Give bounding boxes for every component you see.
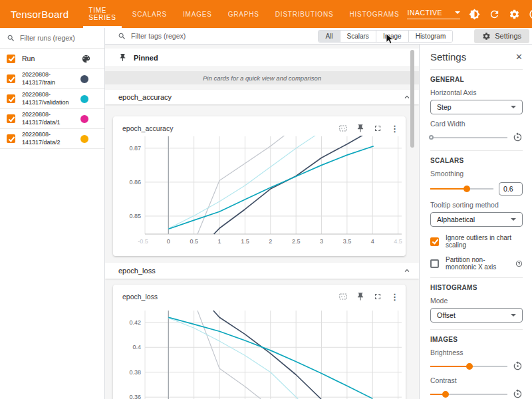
slider-track[interactable]: [430, 137, 507, 138]
epoch-accuracy-chart[interactable]: 0.850.860.87-0.500.511.522.533.544.5: [113, 135, 406, 249]
search-icon: [118, 32, 126, 41]
run-color-dot: [80, 75, 88, 83]
pin-icon: [118, 53, 127, 62]
section-title: HISTOGRAMS: [430, 284, 523, 291]
ignore-outliers-row[interactable]: Ignore outliers in chart scaling: [430, 234, 523, 249]
settings-section-histograms: HISTOGRAMS Mode Offset: [430, 277, 523, 329]
slider-thumb[interactable]: [429, 135, 434, 140]
tooltip-sorting-label: Tooltip sorting method: [430, 201, 523, 209]
settings-section-general: GENERAL Horizontal Axis Step Card Width: [430, 69, 523, 150]
reload-status-dropdown[interactable]: INACTIVE: [407, 9, 460, 19]
tab-time-series[interactable]: TIME SERIES: [80, 0, 124, 28]
histogram-mode-value: Offset: [437, 311, 456, 319]
run-checkbox[interactable]: [7, 114, 15, 123]
reset-icon[interactable]: [513, 132, 523, 142]
tab-distributions[interactable]: DISTRIBUTIONS: [267, 0, 342, 28]
reset-icon[interactable]: [513, 361, 523, 371]
refresh-icon[interactable]: [489, 9, 500, 20]
run-checkbox[interactable]: [7, 94, 15, 103]
run-list-item[interactable]: 20220808-141317/validation: [0, 89, 104, 109]
close-icon[interactable]: ✕: [515, 52, 523, 62]
series-train-smoothed: [213, 311, 321, 399]
settings-button[interactable]: Settings: [474, 29, 529, 43]
filter-all-button[interactable]: All: [319, 31, 339, 42]
checkbox-label: Ignore outliers in chart scaling: [446, 234, 523, 249]
svg-text:0.38: 0.38: [129, 369, 141, 376]
slider-thumb[interactable]: [464, 186, 470, 192]
chevron-down-icon: [511, 314, 516, 317]
brightness-toggle-icon[interactable]: [469, 9, 480, 20]
runs-filter[interactable]: [0, 28, 104, 49]
run-list-item[interactable]: 20220808-141317/train: [0, 69, 104, 89]
fit-domain-icon[interactable]: [338, 124, 348, 133]
chevron-up-icon[interactable]: [403, 267, 411, 275]
svg-text:0.42: 0.42: [129, 319, 141, 326]
run-color-dot: [80, 115, 88, 123]
more-options-icon[interactable]: ⋮: [390, 293, 399, 301]
vertical-scrollbar-thumb[interactable]: [410, 50, 414, 148]
scalar-card-epoch-accuracy: epoch_accuracy ⋮ 0.850.860.87-0.500.511.…: [113, 116, 406, 256]
contrast-slider[interactable]: [430, 390, 507, 399]
filter-scalars-button[interactable]: Scalars: [340, 31, 376, 42]
settings-panel-title: Settings: [430, 51, 466, 63]
smoothing-input[interactable]: [499, 182, 523, 196]
fit-domain-icon[interactable]: [338, 292, 348, 301]
partition-x-axis-row[interactable]: Partition non-monotonic X axis: [430, 256, 523, 271]
palette-icon[interactable]: [81, 54, 98, 64]
svg-text:1: 1: [218, 238, 221, 245]
run-checkbox[interactable]: [7, 134, 15, 143]
partition-x-axis-checkbox[interactable]: [430, 259, 439, 268]
settings-gear-icon[interactable]: [509, 9, 520, 20]
run-name: 20220808-141317/validation: [22, 91, 80, 106]
help-icon[interactable]: [529, 9, 532, 20]
tab-histograms[interactable]: HISTOGRAMS: [341, 0, 407, 28]
pin-card-icon[interactable]: [356, 292, 365, 301]
reset-icon[interactable]: [513, 389, 523, 399]
more-options-icon[interactable]: ⋮: [390, 124, 399, 133]
card-width-slider[interactable]: [430, 133, 507, 142]
app-header: TensorBoard TIME SERIES SCALARS IMAGES G…: [0, 0, 532, 28]
tab-graphs[interactable]: GRAPHS: [220, 0, 267, 28]
smoothing-slider[interactable]: [430, 184, 493, 194]
svg-text:0.86: 0.86: [129, 179, 141, 186]
run-color-dot: [80, 95, 88, 103]
pin-card-icon[interactable]: [356, 124, 365, 133]
tag-group-title: epoch_accuracy: [118, 93, 172, 101]
top-nav-tabs: TIME SERIES SCALARS IMAGES GRAPHS DISTRI…: [80, 0, 407, 28]
slider-fill: [430, 366, 469, 367]
run-name: 20220808-141317/data/2: [22, 131, 80, 146]
runs-sidebar: Run 20220808-141317/train 20220808-14131…: [0, 28, 105, 399]
slider-thumb[interactable]: [466, 363, 473, 370]
run-list-item[interactable]: 20220808-141317/data/2: [0, 129, 104, 149]
svg-text:0.4: 0.4: [132, 344, 141, 350]
run-list-item[interactable]: 20220808-141317/data/1: [0, 109, 104, 129]
tooltip-sorting-select[interactable]: Alphabetical: [430, 212, 523, 227]
tags-toolbar: All Scalars Image Histogram Settings: [105, 28, 532, 45]
tooltip-sorting-value: Alphabetical: [437, 215, 475, 223]
run-checkbox[interactable]: [7, 74, 15, 83]
tag-group-epoch-loss[interactable]: epoch_loss: [105, 263, 419, 279]
brightness-slider[interactable]: [430, 362, 507, 371]
card-width-label: Card Width: [430, 120, 523, 128]
section-title: GENERAL: [430, 76, 523, 83]
filter-histogram-button[interactable]: Histogram: [408, 31, 453, 42]
tag-group-epoch-accuracy[interactable]: epoch_accuracy: [105, 90, 419, 104]
select-all-runs-checkbox[interactable]: [7, 55, 15, 63]
brightness-label: Brightness: [430, 348, 523, 356]
tab-images[interactable]: IMAGES: [175, 0, 220, 28]
tags-filter-input[interactable]: [131, 32, 313, 40]
fullscreen-icon[interactable]: [373, 124, 382, 133]
svg-text:3.5: 3.5: [343, 238, 352, 245]
help-icon[interactable]: [515, 260, 523, 267]
tab-scalars[interactable]: SCALARS: [124, 0, 175, 28]
slider-thumb[interactable]: [442, 391, 449, 398]
filter-image-button[interactable]: Image: [376, 31, 408, 42]
status-label: INACTIVE: [407, 9, 442, 17]
ignore-outliers-checkbox[interactable]: [430, 237, 439, 246]
epoch-loss-chart[interactable]: 0.360.380.40.4200.511.522.533.54: [113, 303, 406, 399]
histogram-mode-select[interactable]: Offset: [430, 308, 523, 323]
horizontal-axis-select[interactable]: Step: [430, 100, 523, 114]
fullscreen-icon[interactable]: [373, 292, 382, 301]
runs-filter-input[interactable]: [20, 34, 98, 42]
svg-text:1.5: 1.5: [241, 238, 249, 245]
